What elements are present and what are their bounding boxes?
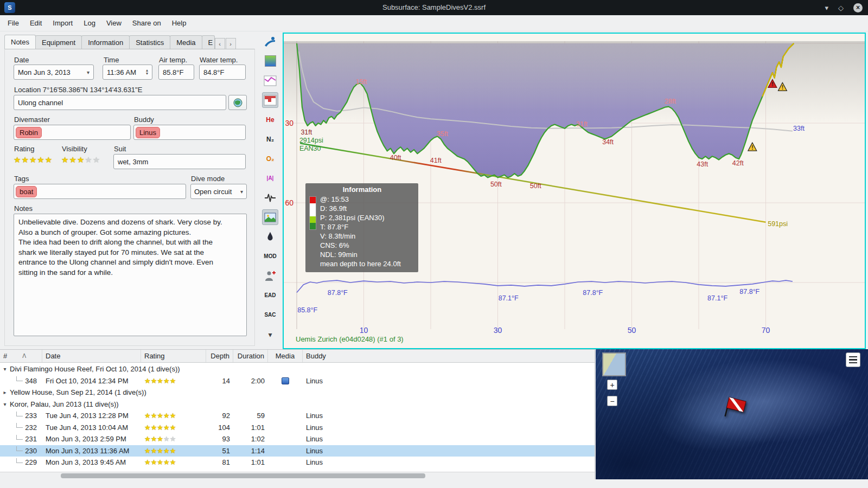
water-temp-field[interactable]: 84.8°F [199,65,246,80]
trip-row[interactable]: ▾Koror, Palau, Jun 2013 (11 dive(s)) [0,399,595,410]
date-combobox[interactable]: Mon Jun 3, 2013▾ [14,65,94,80]
dive-row[interactable]: 233Tue Jun 4, 2013 12:28 PM★★★★★9259Linu… [0,410,595,422]
dive-rating: ★★★★★ [141,433,206,445]
star-icon: ★ [163,459,170,466]
menu-view[interactable]: View [101,16,127,30]
sac-icon[interactable]: SAC [262,307,278,323]
star-icon: ★ [151,424,157,431]
notes-textarea[interactable]: Unbelievable dive. Dozens and dozens of … [14,214,247,336]
header-number[interactable]: #ᐱ [0,350,42,362]
pp-n2-icon[interactable]: N₂ [262,131,278,147]
heart-rate-icon[interactable] [262,190,278,206]
ambient-pressure-icon[interactable]: |A| [262,170,278,186]
expand-icon[interactable]: ▸ [0,389,10,395]
person-add-icon[interactable] [262,268,278,284]
buddy-chip[interactable]: Linus [136,127,160,138]
trip-row[interactable]: ▾Divi Flamingo House Reef, Fri Oct 10, 2… [0,363,595,375]
dive-media [268,433,303,445]
star-icon: ★ [151,435,157,442]
tab-equipment[interactable]: Equipment [35,35,82,49]
dive-row[interactable]: 231Mon Jun 3, 2013 2:59 PM★★★★★931:02Lin… [0,433,595,445]
tree-connector-icon [16,446,23,451]
tab-scroll-right-icon[interactable]: › [226,38,236,49]
calculated-ceiling-icon[interactable] [262,73,278,88]
spin-arrows-icon[interactable]: ▴▾ [146,69,148,75]
measure-pen-icon[interactable] [262,229,278,245]
menu-import[interactable]: Import [47,16,78,30]
photos-icon[interactable] [262,209,278,225]
divemaster-input[interactable]: Robin [14,125,131,140]
dive-rating: ★★★★★ [141,445,206,457]
ead-icon[interactable]: EAD [262,287,278,303]
tab-extra-info[interactable]: E [202,35,215,49]
tab-media[interactable]: Media [170,35,202,49]
tree-connector-icon [16,458,23,463]
pp-o2-icon[interactable]: O₂ [262,151,278,166]
header-depth[interactable]: Depth [206,350,233,362]
map-zoom-in-button[interactable]: + [607,380,617,390]
dive-date: Mon Jun 3, 2013 2:59 PM [42,433,141,445]
collapse-toolbar-icon[interactable]: ▾ [262,326,278,342]
header-buddy[interactable]: Buddy [303,350,595,362]
tab-notes[interactable]: Notes [4,35,36,49]
menu-file[interactable]: File [2,16,24,30]
globe-button[interactable] [228,95,247,110]
tag-chip[interactable]: boat [16,186,37,197]
map-overview-thumbnail[interactable] [602,352,626,376]
svg-text:87.1°F: 87.1°F [707,294,727,302]
dive-buddy: Linus [303,445,595,457]
collapse-icon[interactable]: ▾ [0,401,10,407]
dive-depth: 92 [206,410,233,422]
tab-scroll-left-icon[interactable]: ‹ [215,38,225,49]
close-button[interactable]: × [853,3,863,12]
tags-input[interactable]: boat [14,184,186,199]
horizontal-scrollbar[interactable] [0,472,595,479]
svg-text:28ft: 28ft [665,98,676,105]
header-date[interactable]: Date [42,350,141,362]
visibility-stars[interactable]: ★★★★★ [61,156,100,164]
dive-number: 348 [0,375,42,387]
menu-log[interactable]: Log [78,16,101,30]
trip-label: Divi Flamingo House Reef, Fri Oct 10, 20… [10,365,180,373]
rating-stars[interactable]: ★★★★★ [14,156,53,164]
dive-list-body: ▾Divi Flamingo House Reef, Fri Oct 10, 2… [0,363,595,472]
dive-site-map[interactable]: + − [596,349,868,479]
maximize-button[interactable]: ◇ [838,4,844,11]
tab-information[interactable]: Information [81,35,130,49]
menu-edit[interactable]: Edit [24,16,47,30]
map-layers-button[interactable] [846,352,860,367]
mod-icon[interactable]: MOD [262,248,278,264]
notes-label: Notes [14,204,33,213]
dive-profile-chart[interactable]: 10305070306031ft2914psiEAN3015ft40ft41ft… [283,33,866,349]
dive-number: 229 [0,457,42,468]
divemaster-chip[interactable]: Robin [16,127,42,138]
air-temp-field[interactable]: 85.8°F [158,65,194,80]
dive-computer-icon[interactable] [262,34,278,49]
collapse-icon[interactable]: ▾ [0,366,10,372]
menu-share-on[interactable]: Share on [127,16,167,30]
tab-statistics[interactable]: Statistics [129,35,170,49]
trip-row[interactable]: ▸Yellow House, Sun Sep 21, 2014 (1 dive(… [0,387,595,399]
suit-input[interactable]: wet, 3mm [113,154,246,169]
location-input[interactable]: Ulong channel [14,95,226,110]
header-rating[interactable]: Rating [141,350,206,362]
dive-flag-marker[interactable] [722,395,749,424]
menu-help[interactable]: Help [167,16,192,30]
dive-row[interactable]: 348Fri Oct 10, 2014 12:34 PM★★★★★142:00L… [0,375,595,387]
dive-row[interactable]: 232Tue Jun 4, 2013 10:04 AM★★★★★1041:01L… [0,422,595,434]
dive-row[interactable]: 230Mon Jun 3, 2013 11:36 AM★★★★★511:14Li… [0,445,595,457]
buddy-input[interactable]: Linus [133,125,246,140]
map-zoom-out-button[interactable]: − [607,396,617,406]
header-duration[interactable]: Duration [233,350,268,362]
header-media[interactable]: Media [268,350,303,362]
dive-computer-label: Uemis Zurich (e04d0248) (#1 of 3) [296,335,404,343]
shade-gradient-icon[interactable] [262,53,278,69]
pp-he-icon[interactable]: He [262,112,278,127]
dive-row[interactable]: 229Mon Jun 3, 2013 9:45 AM★★★★★811:01Lin… [0,457,595,468]
time-spinbox[interactable]: 11:36 AM ▴▾ [103,65,152,80]
dive-mode-combobox[interactable]: Open circuit▾ [190,184,247,199]
scrollbar-thumb[interactable] [61,473,425,478]
dc-reported-ceiling-icon[interactable] [262,92,278,108]
photo-icon[interactable] [282,377,289,384]
minimize-button[interactable]: ▾ [825,4,828,11]
